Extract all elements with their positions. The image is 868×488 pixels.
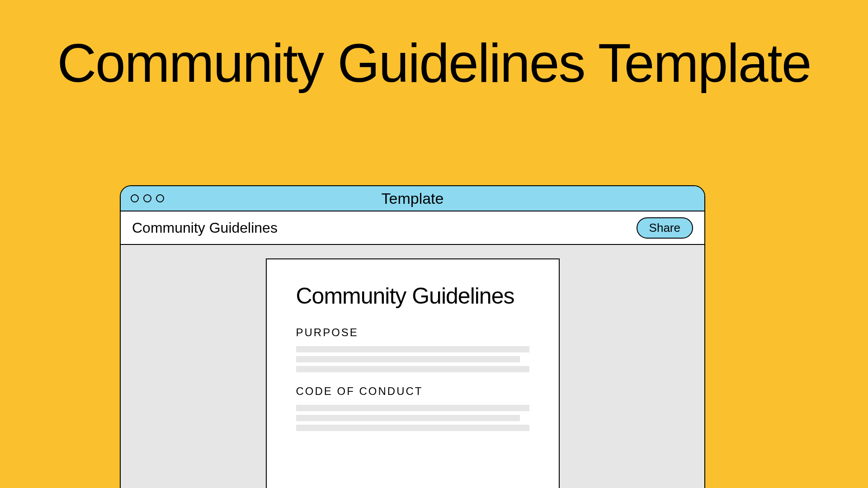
placeholder-block xyxy=(296,346,529,372)
preview-window: Template Community Guidelines Share Comm… xyxy=(120,185,705,488)
section-label-purpose: PURPOSE xyxy=(296,326,529,339)
toolbar-title: Community Guidelines xyxy=(132,220,278,236)
document-heading: Community Guidelines xyxy=(296,284,529,308)
section-label-code-of-conduct: CODE OF CONDUCT xyxy=(296,385,529,398)
document-preview: Community Guidelines PURPOSE CODE OF CON… xyxy=(266,258,560,488)
placeholder-line xyxy=(296,356,520,362)
content-area: Community Guidelines PURPOSE CODE OF CON… xyxy=(121,245,704,488)
page-title: Community Guidelines Template xyxy=(0,0,868,94)
window-titlebar: Template xyxy=(121,186,704,211)
toolbar: Community Guidelines Share xyxy=(121,211,704,245)
placeholder-line xyxy=(296,405,529,411)
placeholder-line xyxy=(296,366,529,372)
placeholder-line xyxy=(296,425,529,431)
share-button[interactable]: Share xyxy=(637,217,693,239)
placeholder-block xyxy=(296,405,529,431)
window-title: Template xyxy=(121,190,704,207)
placeholder-line xyxy=(296,346,529,352)
placeholder-line xyxy=(296,415,520,421)
